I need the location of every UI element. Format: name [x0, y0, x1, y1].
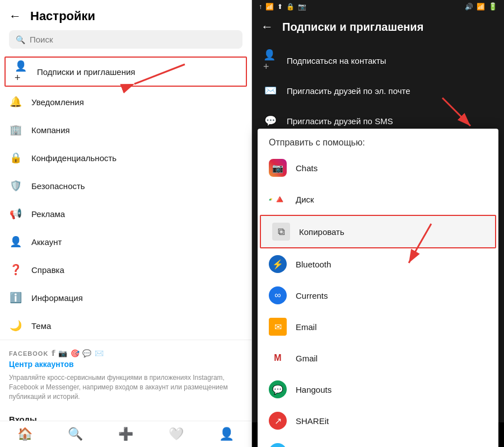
share-item-copy[interactable]: ⧉ Копировать — [260, 215, 496, 248]
telegram-icon: ✈ — [269, 443, 287, 447]
share-item-telegram[interactable]: ✈ Telegram — [258, 436, 498, 447]
left-page-title: Настройки — [30, 9, 95, 23]
left-bottom-nav: 🏠 🔍 ➕ 🤍 👤 — [0, 421, 251, 447]
invite-sms-icon: 💬 — [263, 114, 278, 128]
menu-item-subscriptions[interactable]: 👤+ Подписки и приглашения — [4, 57, 247, 87]
right-panel: ↑ 📶 ⬆ 🔒 📷 🔊 📶 🔋 ← Подписки и приглашения… — [252, 0, 504, 447]
info-icon: ℹ️ — [9, 291, 22, 304]
right-menu-label-email: Пригласить друзей по эл. почте — [287, 86, 410, 96]
right-menu-label-sms: Пригласить друзей по SMS — [287, 116, 393, 126]
facebook-section: FACEBOOK 𝕗 📷 🎯 💬 ✉️ Центр аккаунтов Упра… — [0, 340, 251, 415]
bell-icon: 🔔 — [9, 95, 22, 109]
drive-icon: 🔺 — [269, 190, 287, 208]
share-item-hangouts[interactable]: 💬 Hangouts — [258, 374, 498, 405]
menu-item-theme[interactable]: 🌙 Тема — [0, 312, 251, 340]
sim2-icon: 📷 — [298, 3, 306, 11]
share-item-chats[interactable]: 📷 Chats — [258, 152, 498, 183]
share-popup-title: Отправить с помощью: — [258, 129, 498, 152]
status-left: ↑ 📶 ⬆ 🔒 📷 — [259, 3, 306, 11]
menu-item-label-company: Компания — [31, 125, 70, 135]
right-back-button[interactable]: ← — [261, 20, 273, 34]
share-item-currents[interactable]: ∞ Currents — [258, 280, 498, 311]
menu-item-label-help: Справка — [31, 265, 64, 275]
menu-item-label-theme: Тема — [31, 321, 51, 331]
menu-item-label-privacy: Конфиденциальность — [31, 153, 116, 163]
right-menu-label-subscribe: Подписаться на контакты — [287, 56, 386, 65]
status-bar: ↑ 📶 ⬆ 🔒 📷 🔊 📶 🔋 — [252, 0, 504, 13]
share-item-drive[interactable]: 🔺 Диск — [258, 183, 498, 215]
menu-item-notifications[interactable]: 🔔 Уведомления — [0, 88, 251, 116]
arrow-up-icon: ↑ — [259, 3, 262, 11]
share-label-copy: Копировать — [299, 227, 344, 237]
invite-email-icon: ✉️ — [263, 83, 278, 98]
menu-item-label-info: Информация — [31, 293, 83, 303]
email-icon: ✉ — [269, 318, 287, 336]
facebook-title: FACEBOOK 𝕗 📷 🎯 💬 ✉️ — [9, 349, 242, 357]
left-menu-list: 👤+ Подписки и приглашения 🔔 Уведомления … — [0, 55, 251, 421]
center-accounts-link[interactable]: Центр аккаунтов — [9, 360, 242, 369]
menu-item-privacy[interactable]: 🔒 Конфиденциальность — [0, 144, 251, 172]
right-menu-invite-email[interactable]: ✉️ Пригласить друзей по эл. почте — [252, 76, 504, 106]
share-label-drive: Диск — [296, 195, 314, 204]
share-item-email[interactable]: ✉ Email — [258, 311, 498, 342]
menu-item-help[interactable]: ❓ Справка — [0, 256, 251, 284]
share-label-currents: Currents — [296, 291, 328, 300]
share-popup: Отправить с помощью: 📷 Chats 🔺 Диск — [258, 129, 498, 447]
facebook-icons: 𝕗 📷 🎯 💬 ✉️ — [52, 349, 104, 357]
nav-add-icon[interactable]: ➕ — [118, 427, 133, 441]
sim-icon: 📶 — [265, 3, 274, 11]
nav-home-icon[interactable]: 🏠 — [17, 427, 32, 441]
right-header: ← Подписки и приглашения — [252, 13, 504, 41]
right-menu-subscribe-contacts[interactable]: 👤+ Подписаться на контакты — [252, 45, 504, 76]
share-item-gmail[interactable]: M Gmail — [258, 342, 498, 374]
search-icon: 🔍 — [16, 35, 25, 44]
share-item-bluetooth[interactable]: ⚡ Bluetooth — [258, 248, 498, 280]
person-add-icon: 👤+ — [15, 65, 28, 78]
share-label-email: Email — [296, 322, 317, 332]
share-label-chats: Chats — [296, 163, 318, 173]
wifi-icon: 📶 — [477, 3, 485, 11]
battery-icon: 🔋 — [488, 2, 497, 11]
bluetooth-icon: ⚡ — [269, 255, 287, 273]
volume-icon: 🔊 — [465, 3, 473, 11]
facebook-description: Управляйте кросс-сервисными функциями в … — [9, 373, 242, 401]
menu-item-ads[interactable]: 📢 Реклама — [0, 200, 251, 228]
menu-item-label-ads: Реклама — [31, 209, 65, 219]
share-label-bluetooth: Bluetooth — [296, 260, 331, 269]
lock-status-icon: 🔒 — [286, 3, 295, 11]
building-icon: 🏢 — [9, 123, 22, 137]
menu-item-security[interactable]: 🛡️ Безопасность — [0, 172, 251, 200]
gmail-icon: M — [269, 349, 287, 367]
share-item-shareit[interactable]: ↗ SHAREit — [258, 405, 498, 436]
instagram-icon: 📷 — [269, 159, 287, 177]
search-input[interactable] — [30, 35, 236, 44]
menu-item-label-security: Безопасность — [31, 181, 85, 191]
person-icon: 👤 — [9, 235, 22, 248]
status-right: 🔊 📶 🔋 — [465, 2, 497, 11]
left-header: ← Настройки — [0, 0, 251, 30]
logins-section: Входы Добавить аккаунт Выйти — [0, 415, 251, 421]
menu-item-label-notifications: Уведомления — [31, 97, 84, 107]
right-page-title: Подписки и приглашения — [282, 21, 423, 34]
left-panel: ← Настройки 🔍 👤+ Подписки и приглашения … — [0, 0, 252, 447]
lock-icon: 🔒 — [9, 151, 22, 164]
subscribe-contacts-icon: 👤+ — [263, 53, 278, 68]
menu-item-account[interactable]: 👤 Аккаунт — [0, 228, 251, 256]
shareit-icon: ↗ — [269, 412, 287, 430]
left-back-button[interactable]: ← — [9, 9, 21, 23]
search-bar[interactable]: 🔍 — [9, 30, 242, 49]
currents-icon: ∞ — [269, 286, 287, 304]
copy-icon: ⧉ — [272, 223, 290, 241]
nav-heart-icon[interactable]: 🤍 — [169, 427, 184, 441]
moon-icon: 🌙 — [9, 319, 22, 332]
menu-item-company[interactable]: 🏢 Компания — [0, 116, 251, 144]
menu-item-info[interactable]: ℹ️ Информация — [0, 284, 251, 312]
nav-profile-icon[interactable]: 👤 — [219, 427, 234, 441]
menu-item-label-subscriptions: Подписки и приглашения — [37, 67, 135, 77]
share-label-gmail: Gmail — [296, 354, 318, 363]
shield-icon: 🛡️ — [9, 179, 22, 192]
menu-item-label-account: Аккаунт — [31, 237, 62, 247]
nav-search-icon[interactable]: 🔍 — [68, 427, 83, 441]
usb-icon: ⬆ — [277, 3, 283, 11]
question-icon: ❓ — [9, 263, 22, 276]
